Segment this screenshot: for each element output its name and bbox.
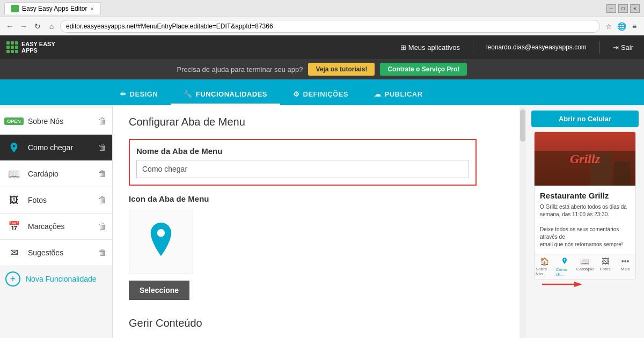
- restaurant-description: O Grillz está aberto todos os dias da se…: [540, 203, 630, 248]
- user-email: leonardo.dias@easyeasyapps.com: [482, 41, 591, 53]
- header-divider: [473, 41, 473, 54]
- sidebar-label-marcacoes: Marcações: [28, 222, 93, 231]
- home-btn[interactable]: ⌂: [46, 21, 57, 32]
- sidebar-item-marcacoes[interactable]: 📅 Marcações 🗑: [0, 214, 112, 240]
- delete-sugestoes-icon[interactable]: 🗑: [98, 248, 107, 258]
- logo-grid: [6, 41, 18, 53]
- name-field-box: Nome da Aba de Menu: [129, 139, 477, 186]
- phone-nav-cardapio[interactable]: 📖 Cardápio: [575, 254, 595, 280]
- phone-nav-sobre-nos-icon: 🏠: [540, 257, 549, 266]
- browser-titlebar: Easy Easy Apps Editor × ─ □ ×: [0, 0, 644, 17]
- close-btn[interactable]: ×: [630, 4, 640, 13]
- back-btn[interactable]: ←: [4, 21, 15, 32]
- maximize-btn[interactable]: □: [618, 4, 628, 13]
- sidebar-item-fotos[interactable]: 🖼 Fotos 🗑: [0, 187, 112, 214]
- refresh-btn[interactable]: ↻: [32, 21, 43, 32]
- tutorial-btn[interactable]: Veja os tutoriais!: [308, 63, 375, 76]
- fotos-icon: 🖼: [5, 192, 23, 209]
- tab-funcionalidades[interactable]: 🔧 FUNCIONALIDADES: [171, 85, 280, 105]
- restaurant-header-image: Grillz: [535, 132, 635, 186]
- tab-favicon: [11, 5, 19, 12]
- phone-nav-cardapio-icon: 📖: [580, 257, 589, 266]
- publicar-icon: ☁: [374, 90, 382, 98]
- help-text: Precisa de ajuda para terminar seu app?: [177, 65, 303, 74]
- pro-service-btn[interactable]: Contrate o Serviço Pro!: [380, 63, 467, 76]
- sidebar-item-cardapio[interactable]: 📖 Cardápio 🗑: [0, 161, 112, 187]
- header-divider-2: [599, 41, 600, 54]
- scrollbar-track[interactable]: [519, 105, 526, 338]
- phone-nav-mais-icon: •••: [621, 257, 630, 266]
- menu-icon[interactable]: ≡: [629, 21, 640, 32]
- gerir-title: Gerir Conteúdo: [129, 317, 510, 329]
- content-area: Configurar Aba de Menu Nome da Aba de Me…: [113, 105, 526, 338]
- open-mobile-btn[interactable]: Abrir no Celular: [531, 111, 639, 127]
- tab-definicoes[interactable]: ⚙ DEFINIÇÕES: [280, 85, 361, 105]
- sobre-nos-icon: OPEN: [5, 113, 23, 130]
- svg-marker-1: [574, 282, 582, 287]
- sugestoes-icon: ✉: [5, 244, 23, 261]
- definicoes-icon: ⚙: [293, 90, 300, 98]
- red-arrow: [542, 279, 585, 291]
- add-functionality-btn[interactable]: + Nova Funcionalidade: [0, 266, 112, 292]
- sidebar: OPEN Sobre Nós 🗑 Como chegar 🗑 📖 Cardápi…: [0, 105, 113, 338]
- scrollbar-thumb: [520, 109, 525, 142]
- logout-icon: ⇥: [613, 43, 619, 52]
- delete-fotos-icon[interactable]: 🗑: [98, 195, 107, 205]
- preview-panel: Abrir no Celular Grillz Restaurante Gril…: [526, 105, 644, 338]
- browser-addressbar: ← → ↻ ⌂ ☆ 🌐 ≡: [0, 17, 644, 35]
- logo-text: EASY EASY APPS: [21, 41, 55, 54]
- logout-btn[interactable]: ⇥ Sair: [609, 41, 638, 54]
- sidebar-label-cardapio: Cardápio: [28, 170, 93, 178]
- tab-design[interactable]: ✏ DESIGN: [107, 85, 171, 105]
- my-apps-btn[interactable]: ⊞ Meus aplicativos: [396, 41, 464, 54]
- sidebar-item-como-chegar[interactable]: Como chegar 🗑: [0, 135, 112, 161]
- browser-tab[interactable]: Easy Easy Apps Editor ×: [4, 2, 101, 14]
- add-label: Nova Funcionalidade: [26, 275, 97, 283]
- tab-publicar[interactable]: ☁ PUBLICAR: [361, 85, 436, 105]
- phone-nav-como-ch-icon: [561, 257, 568, 266]
- phone-bottom-nav: 🏠 Sobre Nós Como ch... 📖 Cardápio 🖼 Foto…: [535, 254, 635, 280]
- nav-tabs: ✏ DESIGN 🔧 FUNCIONALIDADES ⚙ DEFINIÇÕES …: [0, 79, 644, 105]
- tab-title: Easy Easy Apps Editor: [22, 5, 87, 12]
- open-badge: OPEN: [4, 117, 24, 125]
- globe-icon[interactable]: 🌐: [616, 21, 627, 32]
- app-logo: EASY EASY APPS: [6, 41, 55, 54]
- delete-como-chegar-icon[interactable]: 🗑: [98, 143, 107, 152]
- marcacoes-icon: 📅: [5, 218, 23, 235]
- app-header: EASY EASY APPS ⊞ Meus aplicativos leonar…: [0, 35, 644, 59]
- phone-nav-fotos[interactable]: 🖼 Fotos: [595, 254, 616, 280]
- add-circle-icon: +: [5, 271, 20, 286]
- phone-content: Restaurante Grillz O Grillz está aberto …: [535, 186, 635, 254]
- phone-nav-fotos-icon: 🖼: [602, 257, 609, 266]
- phone-preview: Grillz Restaurante Grillz O Grillz está …: [534, 131, 636, 280]
- menu-name-input[interactable]: [136, 160, 469, 178]
- sidebar-item-sobre-nos[interactable]: OPEN Sobre Nós 🗑: [0, 108, 112, 135]
- tab-close-btn[interactable]: ×: [90, 5, 93, 12]
- phone-nav-mais[interactable]: ••• Mais: [615, 254, 635, 280]
- funcionalidades-icon: 🔧: [184, 90, 193, 98]
- help-bar: Precisa de ajuda para terminar seu app? …: [0, 59, 644, 79]
- como-chegar-icon: [5, 139, 23, 156]
- main-layout: OPEN Sobre Nós 🗑 Como chegar 🗑 📖 Cardápi…: [0, 105, 644, 338]
- delete-marcacoes-icon[interactable]: 🗑: [98, 222, 107, 231]
- sidebar-item-sugestoes[interactable]: ✉ Sugestões 🗑: [0, 240, 112, 266]
- icon-preview-box: [129, 210, 193, 274]
- bookmark-icon[interactable]: ☆: [603, 21, 614, 32]
- sidebar-label-sugestoes: Sugestões: [28, 248, 93, 257]
- sidebar-label-sobre-nos: Sobre Nós: [28, 117, 93, 126]
- section-title: Configurar Aba de Menu: [129, 116, 510, 128]
- grillz-logo: Grillz: [570, 152, 600, 166]
- phone-nav-sobre-nos[interactable]: 🏠 Sobre Nós: [535, 254, 555, 280]
- phone-nav-como-ch[interactable]: Como ch...: [555, 254, 575, 280]
- design-icon: ✏: [120, 90, 127, 98]
- restaurant-name: Restaurante Grillz: [540, 191, 630, 200]
- forward-btn[interactable]: →: [18, 21, 29, 32]
- address-input[interactable]: [60, 20, 600, 33]
- cardapio-icon: 📖: [5, 165, 23, 182]
- sidebar-label-fotos: Fotos: [28, 196, 93, 204]
- select-icon-btn[interactable]: Seleccione: [129, 281, 189, 300]
- minimize-btn[interactable]: ─: [606, 4, 616, 13]
- delete-cardapio-icon[interactable]: 🗑: [98, 169, 107, 179]
- delete-sobre-nos-icon[interactable]: 🗑: [98, 116, 107, 126]
- browser-toolbar-icons: ☆ 🌐 ≡: [603, 21, 640, 32]
